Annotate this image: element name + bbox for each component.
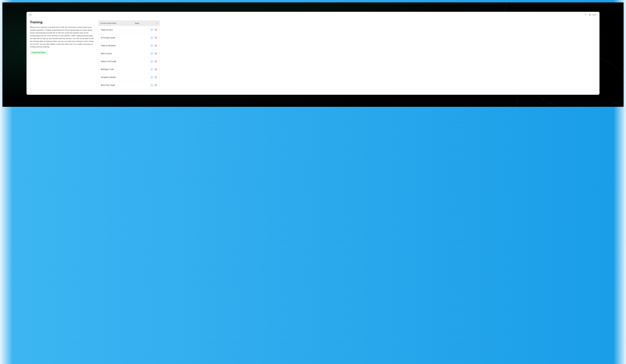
mind-name: Python Full Guide — [101, 60, 116, 63]
trash-icon — [155, 52, 157, 55]
mind-row: Triplo AI Reviews + — [98, 42, 160, 50]
trash-icon — [155, 44, 157, 47]
mind-row: Python Full Guide + — [98, 58, 160, 66]
mind-actions: + — [150, 44, 157, 47]
mind-actions: + — [150, 68, 157, 71]
add-training-button[interactable]: + — [150, 60, 153, 63]
pin-off-icon — [585, 14, 586, 16]
create-new-mind-button[interactable]: Create New Mind — [30, 51, 47, 54]
plus-icon: + — [151, 29, 152, 31]
add-training-button[interactable]: + — [150, 68, 153, 71]
plus-icon: + — [151, 37, 152, 39]
delete-mind-button[interactable] — [154, 44, 157, 47]
app-content: Training Minds act as memory to provide … — [27, 18, 599, 95]
mind-name: Scraped LinkedIn — [101, 76, 116, 78]
active-mind-select[interactable]: None — [135, 22, 158, 24]
delete-mind-button[interactable] — [154, 68, 157, 71]
mind-name: Triplo AI Reviews — [101, 44, 116, 47]
trash-icon — [155, 37, 157, 39]
mind-row: Best Pract SaaS + — [98, 81, 160, 89]
mind-name: SEO Course — [101, 52, 112, 55]
page-title: Training — [30, 20, 94, 24]
trash-icon — [155, 84, 157, 86]
plus-icon: + — [151, 84, 152, 86]
active-mind-bar: Current Active Mind None — [98, 20, 160, 26]
mind-row: Triplo AI Docs + — [98, 26, 160, 34]
home-icon — [589, 14, 591, 16]
active-mind-label: Current Active Mind — [100, 22, 116, 24]
app-window: Home Training Minds act as memory to pro… — [27, 12, 599, 95]
delete-mind-button[interactable] — [154, 84, 157, 87]
pin-button[interactable] — [584, 13, 587, 16]
add-training-button[interactable]: + — [150, 76, 153, 79]
add-training-button[interactable]: + — [150, 28, 153, 31]
mind-row: Scraped LinkedIn + — [98, 73, 160, 81]
right-column: Current Active Mind None T — [98, 20, 160, 92]
delete-mind-button[interactable] — [154, 28, 157, 31]
title-bar: Home — [27, 12, 599, 18]
trash-icon — [155, 60, 157, 63]
plus-icon: + — [151, 76, 152, 78]
home-link[interactable]: Home — [588, 13, 597, 16]
mind-actions: + — [150, 36, 157, 39]
mind-name: Triplo AI Docs — [101, 29, 113, 31]
app-logo — [29, 14, 32, 15]
active-mind-selected-value: None — [135, 22, 142, 24]
add-training-button[interactable]: + — [150, 84, 153, 87]
add-training-button[interactable]: + — [150, 44, 153, 47]
mind-actions: + — [150, 52, 157, 55]
plus-icon: + — [151, 60, 152, 63]
delete-mind-button[interactable] — [154, 76, 157, 79]
plus-icon: + — [151, 68, 152, 70]
desktop-background: Home Training Minds act as memory to pro… — [2, 2, 624, 107]
trash-icon — [155, 29, 157, 31]
select-chevron-icon — [156, 22, 158, 24]
page-description: Minds act as memory to provide the AI wi… — [30, 26, 94, 48]
minds-list: Triplo AI Docs + — [98, 26, 160, 89]
left-column: Training Minds act as memory to provide … — [30, 20, 94, 92]
mind-row: Birthdays / Info + — [98, 66, 160, 73]
delete-mind-button[interactable] — [154, 52, 157, 55]
mind-actions: + — [150, 76, 157, 79]
mind-name: Best Pract SaaS — [101, 84, 115, 86]
add-training-button[interactable]: + — [150, 36, 153, 39]
plus-icon: + — [151, 44, 152, 47]
title-bar-actions: Home — [584, 13, 597, 16]
mind-actions: + — [150, 28, 157, 31]
plus-icon: + — [151, 52, 152, 55]
trash-icon — [155, 76, 157, 78]
mind-row: AI Prompt Guide + — [98, 34, 160, 42]
delete-mind-button[interactable] — [154, 60, 157, 63]
mind-name: AI Prompt Guide — [101, 37, 115, 39]
trash-icon — [155, 68, 157, 70]
mind-actions: + — [150, 84, 157, 87]
delete-mind-button[interactable] — [154, 36, 157, 39]
home-label: Home — [591, 14, 596, 16]
mind-row: SEO Course + — [98, 50, 160, 58]
add-training-button[interactable]: + — [150, 52, 153, 55]
mind-actions: + — [150, 60, 157, 63]
mind-name: Birthdays / Info — [101, 68, 114, 70]
